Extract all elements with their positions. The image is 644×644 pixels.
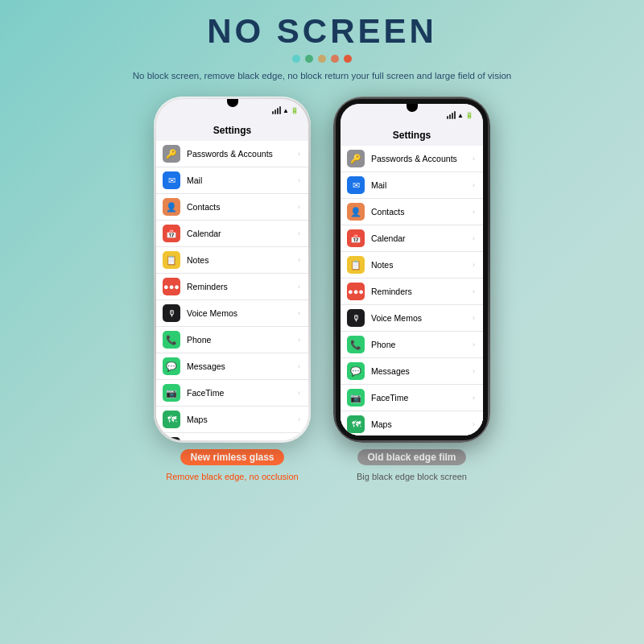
item-label: Voice Memos <box>371 313 473 323</box>
settings-item[interactable]: ✉Mail› <box>341 172 483 199</box>
chevron-icon: › <box>298 203 300 211</box>
settings-list: 🔑Passwords & Accounts›✉Mail›👤Contacts›📅C… <box>341 146 483 436</box>
main-title: NO SCREEN <box>16 14 628 48</box>
item-label: Messages <box>371 366 473 376</box>
app-icon-notes: 📋 <box>163 251 180 269</box>
signal-icon <box>447 111 456 119</box>
settings-item[interactable]: 🎙Voice Memos› <box>341 305 483 332</box>
settings-item[interactable]: 🔑Passwords & Accounts› <box>156 141 308 167</box>
settings-item[interactable]: 📷FaceTime› <box>341 385 483 411</box>
app-icon-reminders: ●●● <box>347 283 365 300</box>
settings-item[interactable]: 📞Phone› <box>156 327 308 353</box>
item-label: FaceTime <box>371 393 473 402</box>
app-icon-mail: ✉ <box>163 171 180 189</box>
item-label: Maps <box>371 419 473 429</box>
chevron-icon: › <box>473 420 475 428</box>
settings-item[interactable]: 📋Notes› <box>341 252 483 279</box>
settings-item[interactable]: 📅Calendar› <box>156 221 308 247</box>
item-label: Mail <box>187 175 298 185</box>
settings-item[interactable]: 🔑Passwords & Accounts› <box>341 146 483 172</box>
signal-icon <box>272 106 281 114</box>
chevron-icon: › <box>473 367 475 375</box>
item-label: Calendar <box>371 233 473 243</box>
color-dots <box>16 55 628 63</box>
settings-item[interactable]: 💬Messages› <box>156 353 308 380</box>
item-label: Mail <box>371 180 473 190</box>
item-label: Reminders <box>187 282 298 291</box>
app-icon-calendar: 📅 <box>347 229 365 247</box>
app-icon-mail: ✉ <box>347 176 365 194</box>
app-icon-maps: 🗺 <box>163 411 180 428</box>
app-icon-maps: 🗺 <box>347 415 365 433</box>
app-icon-contacts: 👤 <box>163 198 180 216</box>
app-icon-voice-memos: 🎙 <box>347 309 365 327</box>
app-icon-facetime: 📷 <box>163 384 180 402</box>
color-dot <box>344 55 352 63</box>
item-label: Voice Memos <box>187 308 298 318</box>
phone-outer-new: ▲ 🔋 Settings🔑Passwords & Accounts›✉Mail›… <box>154 97 311 443</box>
chevron-icon: › <box>473 341 475 349</box>
badge-desc-old: Big black edge block screen <box>357 472 467 481</box>
notch <box>407 104 418 112</box>
chevron-icon: › <box>298 256 300 264</box>
color-dot <box>331 55 339 63</box>
chevron-icon: › <box>298 176 300 184</box>
settings-item[interactable]: 📷FaceTime› <box>156 380 308 407</box>
settings-item[interactable]: 🗺Maps› <box>156 407 308 433</box>
settings-list: 🔑Passwords & Accounts›✉Mail›👤Contacts›📅C… <box>156 141 308 440</box>
color-dot <box>292 55 300 63</box>
app-icon-calendar: 📅 <box>163 225 180 242</box>
item-label: Notes <box>371 260 473 270</box>
notch <box>227 99 238 107</box>
chevron-icon: › <box>473 208 475 216</box>
settings-item[interactable]: ●●●Reminders› <box>156 274 308 300</box>
app-icon-facetime: 📷 <box>347 389 365 407</box>
item-label: Passwords & Accounts <box>371 154 473 163</box>
settings-item[interactable]: 📞Phone› <box>341 332 483 358</box>
badge-new: New rimless glass <box>180 449 283 465</box>
phones-container: ▲ 🔋 Settings🔑Passwords & Accounts›✉Mail›… <box>154 97 490 644</box>
chevron-icon: › <box>473 181 475 189</box>
settings-title: Settings <box>341 126 483 146</box>
color-dot <box>318 55 326 63</box>
app-icon-messages: 💬 <box>347 362 365 380</box>
item-label: Phone <box>371 340 473 349</box>
app-icon-notes: 📋 <box>347 256 365 274</box>
phone-wrapper-new: ▲ 🔋 Settings🔑Passwords & Accounts›✉Mail›… <box>154 97 311 644</box>
chevron-icon: › <box>473 261 475 269</box>
chevron-icon: › <box>298 309 300 317</box>
chevron-icon: › <box>473 394 475 402</box>
badge-old: Old black edge film <box>357 449 465 465</box>
item-label: Contacts <box>371 207 473 217</box>
chevron-icon: › <box>473 234 475 242</box>
item-label: Passwords & Accounts <box>187 149 298 159</box>
settings-item[interactable]: 🎙Voice Memos› <box>156 300 308 327</box>
app-icon-passwords-&-accounts: 🔑 <box>163 145 180 163</box>
chevron-icon: › <box>298 415 300 423</box>
settings-item[interactable]: ●●●Reminders› <box>341 279 483 305</box>
app-icon-phone: 📞 <box>347 336 365 353</box>
status-icons: ▲ 🔋 <box>272 106 299 114</box>
item-label: FaceTime <box>187 388 298 398</box>
settings-title: Settings <box>156 122 308 141</box>
item-label: Notes <box>187 255 298 265</box>
item-label: Reminders <box>371 287 473 296</box>
item-label: Contacts <box>187 202 298 212</box>
settings-item[interactable]: 💬Messages› <box>341 358 483 385</box>
color-dot <box>305 55 313 63</box>
settings-item[interactable]: 👤Contacts› <box>341 199 483 225</box>
app-icon-voice-memos: 🎙 <box>163 304 180 322</box>
item-label: Messages <box>187 361 298 371</box>
settings-item[interactable]: 👤Contacts› <box>156 194 308 221</box>
chevron-icon: › <box>298 362 300 370</box>
settings-item[interactable]: 🗺Maps› <box>341 411 483 436</box>
settings-item[interactable]: 📋Notes› <box>156 247 308 274</box>
settings-item[interactable]: ✉Mail› <box>156 167 308 194</box>
chevron-icon: › <box>298 150 300 158</box>
chevron-icon: › <box>298 283 300 291</box>
settings-item[interactable]: 📅Calendar› <box>341 225 483 252</box>
app-icon-passwords-&-accounts: 🔑 <box>347 150 365 167</box>
badge-desc-new: Remove black edge, no occlusion <box>166 472 298 481</box>
phone-wrapper-old: ▲ 🔋 Settings🔑Passwords & Accounts›✉Mail›… <box>333 97 490 644</box>
settings-item[interactable]: ◎Compass› <box>156 433 308 440</box>
